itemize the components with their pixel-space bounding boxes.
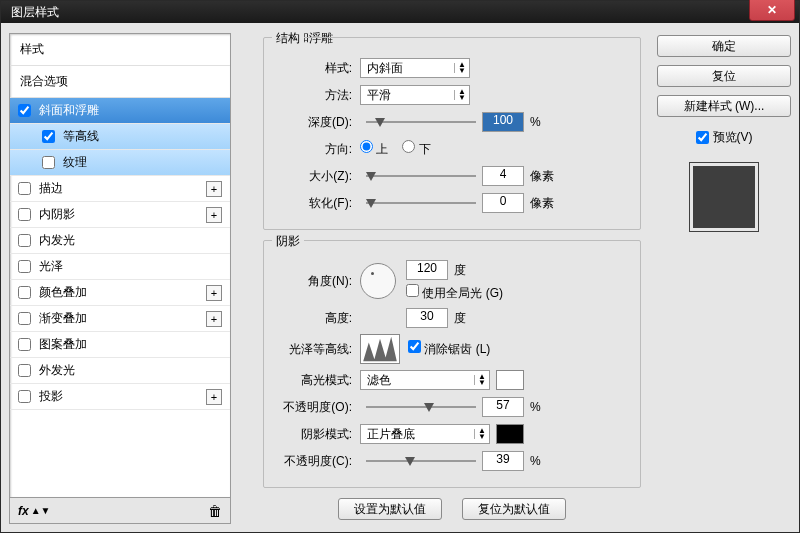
- right-panel: 确定 复位 新建样式 (W)... 预览(V): [657, 33, 791, 524]
- effect-pattern-overlay[interactable]: 图案叠加: [10, 332, 230, 358]
- altitude-input[interactable]: 30: [406, 308, 448, 328]
- highlight-mode-select[interactable]: 滤色 ▲▼: [360, 370, 490, 390]
- add-instance-button[interactable]: +: [206, 285, 222, 301]
- add-instance-button[interactable]: +: [206, 311, 222, 327]
- effect-inner-shadow[interactable]: 内阴影 +: [10, 202, 230, 228]
- antialias-checkbox[interactable]: 消除锯齿 (L): [408, 340, 490, 358]
- effect-checkbox[interactable]: [18, 182, 31, 195]
- depth-input[interactable]: 100: [482, 112, 524, 132]
- effect-bevel-emboss[interactable]: 斜面和浮雕: [10, 98, 230, 124]
- fx-menu-arrows-icon: ▲▼: [31, 505, 51, 516]
- angle-dial[interactable]: [360, 263, 396, 299]
- cancel-button[interactable]: 复位: [657, 65, 791, 87]
- angle-unit: 度: [454, 262, 466, 279]
- effect-stroke[interactable]: 描边 +: [10, 176, 230, 202]
- depth-label: 深度(D):: [274, 114, 352, 131]
- angle-input[interactable]: 120: [406, 260, 448, 280]
- effect-checkbox[interactable]: [18, 234, 31, 247]
- reset-default-button[interactable]: 复位为默认值: [462, 498, 566, 520]
- effect-texture[interactable]: 纹理: [10, 150, 230, 176]
- make-default-button[interactable]: 设置为默认值: [338, 498, 442, 520]
- effect-checkbox[interactable]: [18, 104, 31, 117]
- shadow-opacity-input[interactable]: 39: [482, 451, 524, 471]
- effect-color-overlay[interactable]: 颜色叠加 +: [10, 280, 230, 306]
- effect-label: 内阴影: [39, 206, 75, 223]
- effect-checkbox[interactable]: [18, 364, 31, 377]
- dialog-body: 样式 混合选项 斜面和浮雕 等高线 纹理 描边: [1, 23, 799, 532]
- preview-checkbox[interactable]: 预览(V): [657, 129, 791, 146]
- size-input[interactable]: 4: [482, 166, 524, 186]
- highlight-opacity-slider[interactable]: [366, 400, 476, 414]
- effect-label: 描边: [39, 180, 63, 197]
- settings-panel: 斜面和浮雕 结构 样式: 内斜面 ▲▼ 方法: 平滑 ▲▼: [239, 33, 649, 524]
- fx-menu[interactable]: fx: [18, 504, 29, 518]
- blend-options-header[interactable]: 混合选项: [10, 66, 230, 98]
- add-instance-button[interactable]: +: [206, 181, 222, 197]
- highlight-mode-label: 高光模式:: [274, 372, 352, 389]
- effect-checkbox[interactable]: [18, 312, 31, 325]
- effect-label: 纹理: [63, 154, 87, 171]
- highlight-opacity-label: 不透明度(O):: [274, 399, 352, 416]
- add-instance-button[interactable]: +: [206, 207, 222, 223]
- global-light-checkbox[interactable]: 使用全局光 (G): [406, 284, 503, 302]
- effects-list: 样式 混合选项 斜面和浮雕 等高线 纹理 描边: [9, 33, 231, 498]
- direction-down-radio[interactable]: 下: [402, 140, 430, 158]
- effect-label: 内发光: [39, 232, 75, 249]
- shadow-color-swatch[interactable]: [496, 424, 524, 444]
- add-instance-button[interactable]: +: [206, 389, 222, 405]
- shading-legend: 阴影: [272, 233, 304, 250]
- style-select[interactable]: 内斜面 ▲▼: [360, 58, 470, 78]
- left-panel: 样式 混合选项 斜面和浮雕 等高线 纹理 描边: [9, 33, 231, 524]
- size-unit: 像素: [530, 168, 554, 185]
- style-label: 样式:: [274, 60, 352, 77]
- angle-label: 角度(N):: [274, 273, 352, 290]
- highlight-color-swatch[interactable]: [496, 370, 524, 390]
- styles-header[interactable]: 样式: [10, 34, 230, 66]
- effect-checkbox[interactable]: [42, 156, 55, 169]
- effect-checkbox[interactable]: [18, 286, 31, 299]
- ok-button[interactable]: 确定: [657, 35, 791, 57]
- gloss-contour-picker[interactable]: [360, 334, 400, 364]
- shadow-opacity-slider[interactable]: [366, 454, 476, 468]
- titlebar[interactable]: 图层样式 ✕: [1, 1, 799, 23]
- effect-checkbox[interactable]: [18, 390, 31, 403]
- window-title: 图层样式: [11, 4, 749, 21]
- soften-input[interactable]: 0: [482, 193, 524, 213]
- select-arrows-icon: ▲▼: [458, 89, 466, 101]
- effect-contour[interactable]: 等高线: [10, 124, 230, 150]
- select-arrows-icon: ▲▼: [458, 62, 466, 74]
- effect-label: 投影: [39, 388, 63, 405]
- technique-select[interactable]: 平滑 ▲▼: [360, 85, 470, 105]
- effect-checkbox[interactable]: [18, 338, 31, 351]
- layer-style-dialog: 图层样式 ✕ 样式 混合选项 斜面和浮雕 等高线: [0, 0, 800, 533]
- close-button[interactable]: ✕: [749, 0, 795, 21]
- trash-icon[interactable]: 🗑: [208, 503, 222, 519]
- new-style-button[interactable]: 新建样式 (W)...: [657, 95, 791, 117]
- effect-checkbox[interactable]: [18, 208, 31, 221]
- close-icon: ✕: [767, 3, 777, 17]
- altitude-unit: 度: [454, 310, 466, 327]
- size-slider[interactable]: [366, 169, 476, 183]
- highlight-opacity-input[interactable]: 57: [482, 397, 524, 417]
- effect-checkbox[interactable]: [18, 260, 31, 273]
- shadow-mode-select[interactable]: 正片叠底 ▲▼: [360, 424, 490, 444]
- soften-slider[interactable]: [366, 196, 476, 210]
- effect-checkbox[interactable]: [42, 130, 55, 143]
- depth-slider[interactable]: [366, 115, 476, 129]
- shading-group: 阴影 角度(N): 120 度 使用全局光 (G) 高度: 3: [263, 240, 641, 488]
- effect-label: 等高线: [63, 128, 99, 145]
- preview-box: [689, 162, 759, 232]
- shadow-mode-label: 阴影模式:: [274, 426, 352, 443]
- effect-drop-shadow[interactable]: 投影 +: [10, 384, 230, 410]
- depth-unit: %: [530, 115, 541, 129]
- effect-label: 渐变叠加: [39, 310, 87, 327]
- effect-gradient-overlay[interactable]: 渐变叠加 +: [10, 306, 230, 332]
- effect-outer-glow[interactable]: 外发光: [10, 358, 230, 384]
- effect-label: 图案叠加: [39, 336, 87, 353]
- soften-unit: 像素: [530, 195, 554, 212]
- select-arrows-icon: ▲▼: [478, 374, 486, 386]
- effect-satin[interactable]: 光泽: [10, 254, 230, 280]
- select-arrows-icon: ▲▼: [478, 428, 486, 440]
- effect-inner-glow[interactable]: 内发光: [10, 228, 230, 254]
- direction-up-radio[interactable]: 上: [360, 140, 388, 158]
